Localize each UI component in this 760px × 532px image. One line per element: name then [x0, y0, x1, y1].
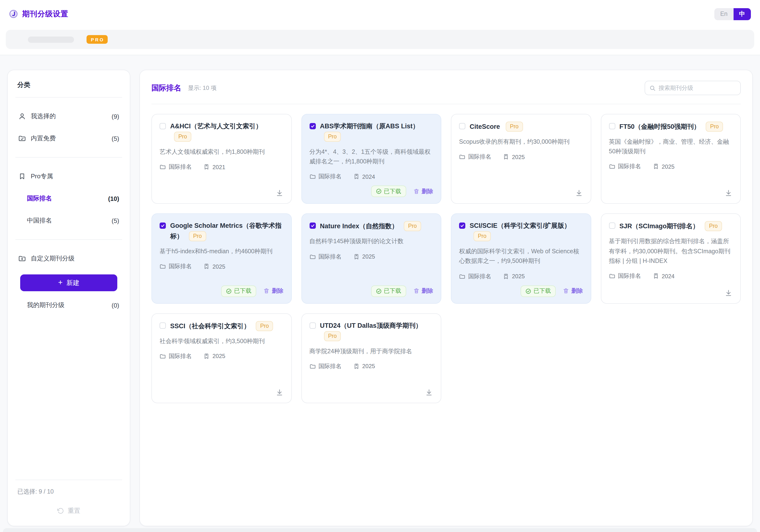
delete-button[interactable]: 删除 [413, 188, 433, 196]
folder-icon [160, 264, 166, 270]
download-button[interactable] [275, 189, 283, 197]
card-description: 英国《金融时报》，商业、管理、经济、金融50种顶级期刊 [609, 137, 733, 156]
ranking-card[interactable]: Nature Index（自然指数） Pro 自然科学145种顶级期刊的论文计数… [301, 214, 441, 304]
plus-icon: + [58, 279, 63, 287]
search-input[interactable] [659, 85, 736, 91]
card-header: Google Scholar Metrics（谷歌学术指标） Pro [160, 221, 283, 242]
lang-zh-button[interactable]: 中 [733, 8, 751, 20]
card-category-label: 国际排名 [318, 362, 342, 371]
card-checkbox[interactable] [160, 123, 166, 129]
download-button[interactable] [725, 189, 733, 197]
folder-icon [160, 353, 166, 360]
bookmark-icon [18, 172, 26, 180]
reset-button[interactable]: 重置 [15, 505, 122, 518]
card-title: Nature Index（自然指数） [320, 223, 398, 230]
download-button[interactable] [275, 388, 283, 396]
card-title-wrap: Google Scholar Metrics（谷歌学术指标） Pro [170, 221, 283, 242]
card-year: 2025 [203, 352, 225, 360]
card-description: 艺术人文领域权威索引，约1,800种期刊 [160, 147, 283, 157]
card-year-label: 2025 [362, 363, 375, 370]
card-checkbox[interactable] [309, 322, 315, 329]
ranking-card[interactable]: UTD24（UT Dallas顶级商学期刊） Pro 商学院24种顶级期刊，用于… [301, 313, 441, 403]
tag-icon [353, 253, 359, 260]
ranking-card[interactable]: FT50（金融时报50强期刊） Pro 英国《金融时报》，商业、管理、经济、金融… [601, 114, 741, 204]
card-header: SCI/SCIE（科学引文索引/扩展版） Pro [459, 221, 583, 242]
card-checkbox[interactable] [459, 223, 465, 229]
card-checkbox[interactable] [309, 123, 315, 129]
downloaded-label: 已下载 [534, 287, 551, 295]
sidebar-item-international-ranking[interactable]: 国际排名 (10) [15, 188, 122, 209]
ranking-card[interactable]: ABS学术期刊指南（原ABS List） Pro 分为4*、4、3、2、1五个等… [301, 114, 441, 204]
pro-badge: Pro [189, 231, 206, 242]
card-year: 2024 [652, 272, 675, 280]
check-circle-icon [376, 189, 381, 195]
card-category-label: 国际排名 [318, 173, 342, 181]
download-button[interactable] [725, 288, 733, 297]
card-checkbox[interactable] [160, 223, 166, 229]
ranking-card[interactable]: SJR（SCImago期刊排名） Pro 基于期刊引用数据的综合性期刊排名，涵盖… [601, 214, 741, 304]
pro-plan-badge: PRO [86, 35, 108, 44]
card-checkbox[interactable] [609, 123, 615, 129]
card-year: 2024 [353, 173, 375, 181]
card-header: SJR（SCImago期刊排名） Pro [609, 221, 733, 232]
main-header: 国际排名 显示: 10 项 [151, 81, 741, 104]
sidebar-item-custom-ranking[interactable]: 自定义期刊分级 [15, 247, 122, 270]
check-circle-icon [376, 288, 381, 294]
ranking-card[interactable]: SSCI（社会科学引文索引） Pro 社会科学领域权威索引，约3,500种期刊 … [151, 313, 292, 403]
card-description: 权威的国际科学引文索引，Web of Science核心数据库之一，约9,500… [459, 246, 583, 266]
card-description: Scopus收录的所有期刊，约30,000种期刊 [459, 137, 583, 147]
sidebar-item-count: (5) [112, 217, 119, 224]
card-title: FT50（金融时报50强期刊） [619, 123, 700, 130]
card-year: 2025 [203, 263, 225, 271]
sidebar-item-pro-exclusive[interactable]: Pro专属 [15, 165, 122, 188]
search-icon [649, 85, 656, 91]
card-title-wrap: UTD24（UT Dallas顶级商学期刊） Pro [320, 321, 433, 341]
card-footer: 已下载 删除 [160, 281, 283, 297]
folder-icon [459, 273, 465, 280]
ranking-card[interactable]: SCI/SCIE（科学引文索引/扩展版） Pro 权威的国际科学引文索引，Web… [451, 214, 591, 304]
top-bar: 期刊分级设置 En 中 [0, 0, 760, 28]
delete-button[interactable]: 删除 [413, 287, 433, 295]
card-category: 国际排名 [309, 252, 342, 261]
delete-button[interactable]: 删除 [263, 287, 283, 295]
new-ranking-button[interactable]: + 新建 [20, 274, 117, 291]
sidebar-item-count: (5) [112, 135, 119, 142]
card-meta: 国际排名 2025 [309, 252, 433, 261]
sidebar-item-label: 国际排名 [27, 194, 52, 203]
card-title: Google Scholar Metrics（谷歌学术指标） [170, 222, 282, 240]
card-footer: 已下载 删除 [459, 281, 583, 297]
sidebar-item-my-selected[interactable]: 我选择的 (9) [15, 105, 122, 127]
card-meta: 国际排名 2024 [309, 173, 433, 181]
card-year: 2025 [353, 362, 375, 371]
card-title-wrap: SSCI（社会科学引文索引） Pro [170, 321, 273, 332]
sidebar-item-builtin-free[interactable]: 内置免费 (5) [15, 127, 122, 150]
ranking-card[interactable]: Google Scholar Metrics（谷歌学术指标） Pro 基于h5-… [151, 214, 292, 304]
card-description: 自然科学145种顶级期刊的论文计数 [309, 237, 433, 246]
card-meta: 国际排名 2021 [160, 163, 283, 171]
delete-button[interactable]: 删除 [563, 287, 583, 295]
card-checkbox[interactable] [459, 123, 465, 129]
pro-badge: Pro [705, 221, 722, 231]
ranking-card[interactable]: A&HCI（艺术与人文引文索引） Pro 艺术人文领域权威索引，约1,800种期… [151, 114, 292, 204]
download-button[interactable] [425, 388, 433, 396]
pro-badge: Pro [506, 122, 523, 132]
lang-en-button[interactable]: En [714, 8, 733, 20]
sidebar-item-china-ranking[interactable]: 中国排名 (5) [15, 209, 122, 232]
sidebar-footer: 已选择: 9 / 10 重置 [15, 472, 122, 518]
download-button[interactable] [575, 189, 583, 197]
card-checkbox[interactable] [160, 322, 166, 329]
card-meta: 国际排名 2025 [160, 263, 283, 271]
ranking-card[interactable]: CiteScore Pro Scopus收录的所有期刊，约30,000种期刊 国… [451, 114, 591, 204]
pro-badge: Pro [174, 132, 191, 142]
card-checkbox[interactable] [309, 223, 315, 229]
card-title: SCI/SCIE（科学引文索引/扩展版） [470, 222, 571, 230]
download-icon [575, 189, 583, 197]
card-checkbox[interactable] [609, 223, 615, 229]
divider [15, 157, 122, 157]
card-title: UTD24（UT Dallas顶级商学期刊） [320, 322, 422, 329]
folder-icon [309, 363, 315, 370]
tag-icon [203, 264, 210, 270]
sidebar-item-my-rankings[interactable]: 我的期刊分级 (0) [15, 294, 122, 316]
card-category: 国际排名 [459, 272, 491, 281]
download-icon [725, 288, 733, 297]
